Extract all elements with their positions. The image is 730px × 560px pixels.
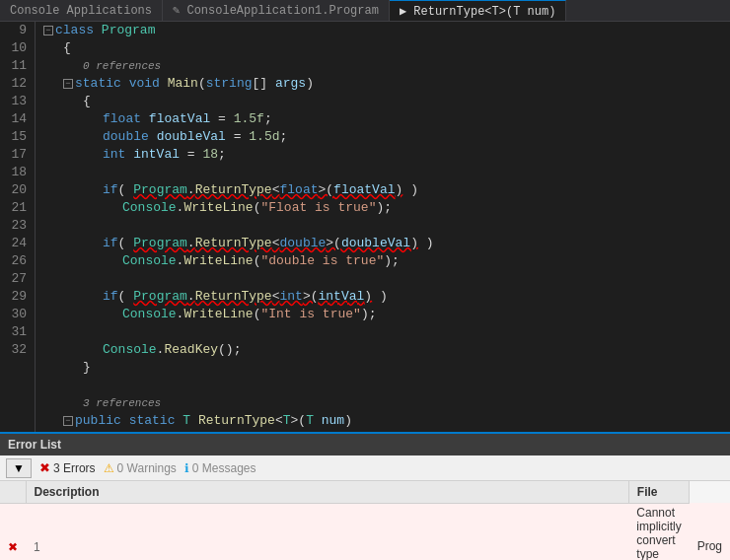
warnings-badge[interactable]: ⚠ 0 Warnings: [104, 461, 177, 475]
col-num: [0, 481, 26, 503]
code-line-18: Console.WriteLine("Float is true");: [43, 199, 722, 217]
error-table: Description File ✖ 1 Cannot implicitly c…: [0, 481, 730, 560]
info-icon: ℹ: [184, 461, 189, 475]
code-line-26: Console.ReadKey();: [43, 341, 722, 359]
error-panel-title: Error List: [8, 438, 61, 452]
filter-button[interactable]: ▼: [6, 458, 32, 478]
error-type-icon-1: ✖: [0, 503, 26, 560]
code-line-28: [43, 377, 722, 394]
error-number-1: 1: [26, 503, 628, 560]
code-line-29: − public static T ReturnType<T>(T num): [43, 412, 722, 430]
errors-count-label: 3 Errors: [53, 461, 96, 475]
tab-label: Console Applications: [10, 4, 152, 18]
code-line-15: int intVal = 18;: [43, 146, 722, 164]
errors-badge[interactable]: ✖ 3 Errors: [39, 460, 96, 475]
tab-label: ✎ ConsoleApplication1.Program: [173, 3, 379, 18]
line-numbers-gutter: 9 10 11 12 13 14 15 17 18 20 21 23 24 26…: [0, 22, 36, 432]
error-panel-header: Error List: [0, 434, 730, 455]
code-line-20: if( Program.ReturnType<double>(doubleVal…: [43, 235, 722, 252]
code-line-11: − static void Main(string[] args): [43, 75, 722, 93]
collapse-btn-11[interactable]: −: [63, 79, 73, 89]
ref-count-0: 0 references: [43, 57, 722, 75]
code-line-10: {: [43, 39, 722, 57]
code-line-21: Console.WriteLine("double is true");: [43, 252, 722, 270]
error-row-1[interactable]: ✖ 1 Cannot implicitly convert type 'floa…: [0, 503, 730, 560]
error-description-1: Cannot implicitly convert type 'float' t…: [628, 503, 689, 560]
tab-bar: Console Applications ✎ ConsoleApplicatio…: [0, 0, 730, 22]
code-line-27: }: [43, 359, 722, 377]
editor: 9 10 11 12 13 14 15 17 18 20 21 23 24 26…: [0, 22, 730, 432]
warning-icon: ⚠: [104, 461, 114, 475]
code-line-22: [43, 270, 722, 288]
code-line-12: {: [43, 93, 722, 110]
code-line-25: [43, 323, 722, 341]
collapse-btn-9[interactable]: −: [43, 26, 53, 35]
ref-count-3: 3 references: [43, 394, 722, 412]
tab-program[interactable]: ✎ ConsoleApplication1.Program: [163, 0, 390, 21]
warnings-count-label: 0 Warnings: [117, 461, 177, 475]
code-line-23: if( Program.ReturnType<int>(intVal) ): [43, 288, 722, 306]
messages-badge[interactable]: ℹ 0 Messages: [184, 461, 256, 475]
code-line-9: − class Program: [43, 22, 722, 39]
filter-icon: ▼: [13, 461, 25, 475]
messages-count-label: 0 Messages: [192, 461, 256, 475]
code-line-14: double doubleVal = 1.5d;: [43, 128, 722, 146]
error-toolbar: ▼ ✖ 3 Errors ⚠ 0 Warnings ℹ 0 Messages: [0, 455, 730, 481]
error-file-1: Prog: [690, 503, 730, 560]
error-panel: Error List ▼ ✖ 3 Errors ⚠ 0 Warnings ℹ 0…: [0, 432, 730, 560]
col-file: File: [628, 481, 689, 503]
tab-console-applications[interactable]: Console Applications: [0, 0, 163, 21]
tab-returntype[interactable]: ▶ ReturnType<T>(T num): [390, 0, 566, 21]
code-line-30: {: [43, 430, 722, 432]
collapse-btn-29[interactable]: −: [63, 416, 73, 426]
code-line-13: float floatVal = 1.5f;: [43, 110, 722, 128]
tab-label: ▶ ReturnType<T>(T num): [400, 4, 555, 19]
code-area: − class Program { 0 references − static …: [36, 22, 730, 432]
col-description: Description: [26, 481, 628, 503]
code-line-19: [43, 217, 722, 235]
code-line-17: if( Program.ReturnType<float>(floatVal) …: [43, 181, 722, 199]
error-icon: ✖: [39, 460, 50, 475]
code-line-16: [43, 164, 722, 181]
code-line-24: Console.WriteLine("Int is true");: [43, 306, 722, 323]
